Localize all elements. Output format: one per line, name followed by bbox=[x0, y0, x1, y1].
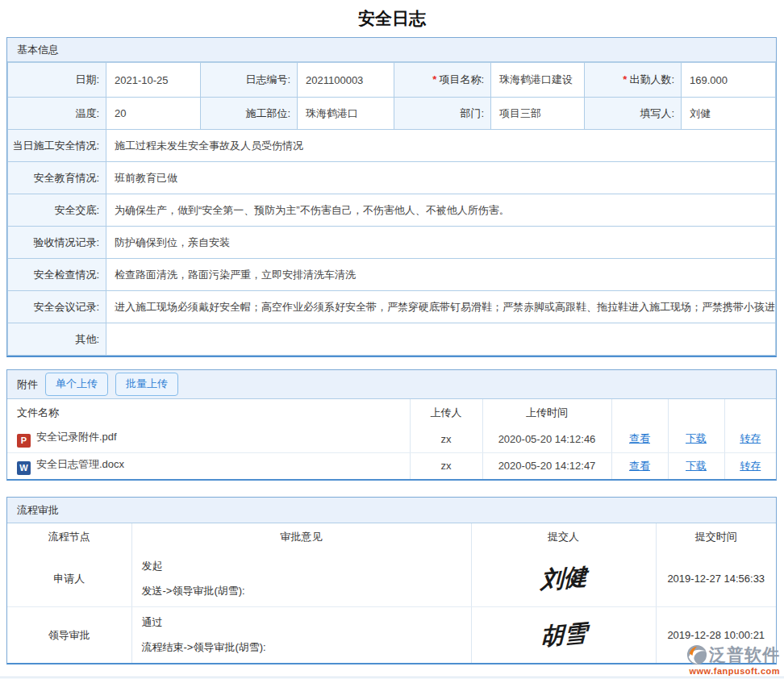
file-name-cell: P安全记录附件.pdf bbox=[7, 426, 410, 452]
transfer-link[interactable]: 转存 bbox=[740, 460, 761, 472]
column-header-submit-time: 提交时间 bbox=[656, 523, 776, 551]
approval-row: 申请人 发起 发送->领导审批(胡雪): 刘健 2019-12-27 14:56… bbox=[7, 551, 776, 607]
attachments-title: 附件 bbox=[17, 377, 38, 392]
field-label-safety-inspection: 安全检查情况: bbox=[8, 259, 106, 291]
table-header-row: 文件名称 上传人 上传时间 bbox=[7, 399, 776, 426]
submitter-signature-cell: 胡雪 bbox=[471, 607, 656, 664]
field-value-project-name: 珠海鹤港口建设 bbox=[491, 63, 585, 98]
table-row: 其他: bbox=[8, 323, 776, 356]
approval-opinion: 发起 发送->领导审批(胡雪): bbox=[131, 551, 471, 607]
field-label-project-name: *项目名称: bbox=[394, 63, 491, 98]
approval-opinion: 通过 流程结束->领导审批(胡雪): bbox=[131, 607, 471, 664]
pdf-file-icon: P bbox=[17, 434, 31, 448]
required-marker: * bbox=[623, 73, 627, 85]
field-value-other bbox=[106, 323, 776, 356]
file-name: 安全记录附件.pdf bbox=[36, 431, 117, 443]
table-row: 温度: 20 施工部位: 珠海鹤港口 部门: 项目三部 填写人: 刘健 bbox=[8, 98, 776, 130]
column-header-upload-time: 上传时间 bbox=[482, 399, 611, 426]
column-header-uploader: 上传人 bbox=[410, 399, 482, 426]
field-label-acceptance-record: 验收情况记录: bbox=[8, 227, 106, 259]
required-marker: * bbox=[432, 73, 436, 85]
signature: 刘健 bbox=[540, 560, 586, 597]
field-label-temperature: 温度: bbox=[8, 98, 106, 130]
column-header-submitter: 提交人 bbox=[471, 523, 656, 551]
field-label-today-safety: 当日施工安全情况: bbox=[8, 130, 106, 162]
column-header-action-2 bbox=[668, 399, 724, 426]
submitter-signature-cell: 刘健 bbox=[471, 551, 656, 607]
field-label-safety-meeting: 安全会议记录: bbox=[8, 291, 106, 323]
field-value-construction-part: 珠海鹤港口 bbox=[298, 98, 394, 130]
field-value-safety-education: 班前教育已做 bbox=[106, 162, 776, 194]
attachments-header: 附件 单个上传 批量上传 bbox=[7, 370, 776, 399]
signature: 胡雪 bbox=[540, 617, 586, 653]
safety-log-page: 安全日志 基本信息 日期: 2021-10-25 日志编号: 202110000… bbox=[0, 0, 784, 679]
opinion-line: 流程结束->领导审批(胡雪): bbox=[142, 640, 461, 655]
basic-info-header: 基本信息 bbox=[7, 38, 776, 62]
download-link[interactable]: 下载 bbox=[686, 460, 707, 472]
field-value-safety-inspection: 检查路面清洗，路面污染严重，立即安排清洗车清洗 bbox=[106, 259, 776, 291]
table-row: 验收情况记录: 防护确保到位，亲自安装 bbox=[8, 227, 776, 259]
table-row: 安全会议记录: 进入施工现场必须戴好安全帽；高空作业必须系好安全带，严禁穿硬底带… bbox=[8, 291, 776, 323]
attachment-row: P安全记录附件.pdf zx 2020-05-20 14:12:46 查看 下载… bbox=[7, 426, 776, 452]
column-header-action-1 bbox=[611, 399, 668, 426]
batch-upload-button[interactable]: 批量上传 bbox=[115, 373, 178, 396]
column-header-flow-node: 流程节点 bbox=[7, 523, 131, 551]
table-row: 安全检查情况: 检查路面清洗，路面污染严重，立即安排清洗车清洗 bbox=[8, 259, 776, 291]
field-label-date: 日期: bbox=[8, 63, 106, 98]
flow-node: 领导审批 bbox=[7, 607, 131, 664]
field-value-department: 项目三部 bbox=[491, 98, 585, 130]
word-file-icon: W bbox=[17, 461, 31, 475]
opinion-line: 发起 bbox=[142, 559, 461, 573]
opinion-line: 通过 bbox=[142, 615, 461, 630]
column-header-opinion: 审批意见 bbox=[131, 523, 471, 551]
field-label-attendance: *出勤人数: bbox=[585, 63, 682, 98]
watermark-url: www.fanpusoft.com bbox=[675, 666, 780, 676]
single-upload-button[interactable]: 单个上传 bbox=[45, 373, 108, 396]
view-link[interactable]: 查看 bbox=[629, 460, 650, 472]
table-header-row: 流程节点 审批意见 提交人 提交时间 bbox=[7, 523, 776, 551]
field-value-date: 2021-10-25 bbox=[106, 63, 201, 98]
file-name: 安全日志管理.docx bbox=[36, 458, 124, 470]
table-row: 当日施工安全情况: 施工过程未发生安全事故及人员受伤情况 bbox=[8, 130, 776, 162]
file-upload-time: 2020-05-20 14:12:46 bbox=[482, 426, 611, 452]
field-value-writer: 刘健 bbox=[682, 98, 776, 130]
opinion-line: 发送->领导审批(胡雪): bbox=[142, 584, 461, 598]
field-value-safety-briefing: 为确保生产，做到“安全第一、预防为主”不伤害自己，不伤害他人、不被他人所伤害。 bbox=[106, 194, 776, 227]
field-label-safety-briefing: 安全交底: bbox=[8, 194, 106, 227]
field-label-writer: 填写人: bbox=[585, 98, 682, 130]
vendor-watermark: 泛普软件 www.fanpusoft.com bbox=[675, 644, 780, 676]
attachment-row: W安全日志管理.docx zx 2020-05-20 14:12:47 查看 下… bbox=[7, 452, 776, 479]
field-label-other: 其他: bbox=[8, 323, 106, 356]
approval-table: 流程节点 审批意见 提交人 提交时间 申请人 发起 发送->领导审批(胡雪): … bbox=[7, 523, 776, 663]
column-header-action-3 bbox=[724, 399, 776, 426]
table-row: 安全交底: 为确保生产，做到“安全第一、预防为主”不伤害自己，不伤害他人、不被他… bbox=[8, 194, 776, 227]
attachments-table: 文件名称 上传人 上传时间 P安全记录附件.pdf zx 2020-05-20 … bbox=[7, 399, 776, 479]
page-title: 安全日志 bbox=[0, 0, 784, 37]
approval-header: 流程审批 bbox=[7, 498, 776, 523]
approval-section: 流程审批 流程节点 审批意见 提交人 提交时间 申请人 发起 发送->领导审批 bbox=[6, 497, 777, 664]
file-uploader: zx bbox=[410, 452, 482, 479]
field-value-safety-meeting: 进入施工现场必须戴好安全帽；高空作业必须系好安全带，严禁穿硬底带钉易滑鞋；严禁赤… bbox=[106, 291, 776, 323]
basic-info-table: 日期: 2021-10-25 日志编号: 2021100003 *项目名称: 珠… bbox=[7, 62, 776, 356]
flow-node: 申请人 bbox=[7, 551, 131, 607]
approval-row: 领导审批 通过 流程结束->领导审批(胡雪): 胡雪 2019-12-28 10… bbox=[7, 607, 776, 664]
submit-time: 2019-12-27 14:56:33 bbox=[656, 551, 776, 607]
basic-info-section: 基本信息 日期: 2021-10-25 日志编号: 2021100003 *项目… bbox=[6, 37, 777, 357]
file-name-cell: W安全日志管理.docx bbox=[7, 452, 410, 479]
table-row: 安全教育情况: 班前教育已做 bbox=[8, 162, 776, 194]
field-label-department: 部门: bbox=[394, 98, 491, 130]
field-value-today-safety: 施工过程未发生安全事故及人员受伤情况 bbox=[106, 130, 776, 162]
view-link[interactable]: 查看 bbox=[629, 432, 650, 444]
download-link[interactable]: 下载 bbox=[686, 432, 707, 444]
watermark-brand-text: 泛普软件 bbox=[709, 644, 780, 666]
attachments-section: 附件 单个上传 批量上传 文件名称 上传人 上传时间 bbox=[6, 369, 777, 481]
transfer-link[interactable]: 转存 bbox=[740, 432, 761, 444]
field-label-safety-education: 安全教育情况: bbox=[8, 162, 106, 194]
file-upload-time: 2020-05-20 14:12:47 bbox=[482, 452, 611, 479]
column-header-file-name: 文件名称 bbox=[7, 399, 410, 426]
field-value-log-number: 2021100003 bbox=[298, 63, 394, 98]
field-value-temperature: 20 bbox=[106, 98, 201, 130]
fanpu-logo-icon bbox=[686, 644, 707, 665]
field-label-construction-part: 施工部位: bbox=[201, 98, 298, 130]
field-value-acceptance-record: 防护确保到位，亲自安装 bbox=[106, 227, 776, 259]
